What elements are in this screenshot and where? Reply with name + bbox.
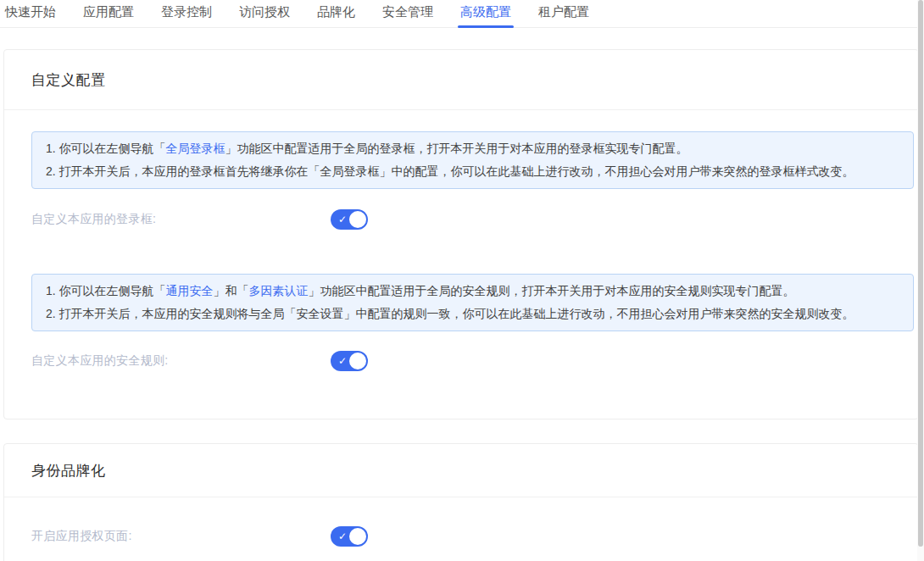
identity-branding-card: 身份品牌化 开启应用授权页面: ✓ [3, 443, 919, 561]
tab-bar: 快速开始 应用配置 登录控制 访问授权 品牌化 安全管理 高级配置 租户配置 [0, 0, 917, 28]
login-box-info-line-1: 1. 你可以在左侧导航「全局登录框」功能区中配置适用于全局的登录框，打开本开关用… [46, 137, 899, 160]
login-box-setting-row: 自定义本应用的登录框: ✓ [31, 209, 914, 230]
toggle-knob [349, 528, 366, 545]
tab-tenant-config[interactable]: 租户配置 [537, 0, 590, 27]
info-text: 」和「 [214, 284, 249, 297]
general-security-link[interactable]: 通用安全 [166, 284, 214, 297]
security-rules-info-box: 1. 你可以在左侧导航「通用安全」和「多因素认证」功能区中配置适用于全局的安全规… [31, 274, 914, 331]
info-text: 」功能区中配置适用于全局的登录框，打开本开关用于对本应用的登录框实现专门配置。 [225, 142, 688, 155]
custom-config-title: 自定义配置 [31, 70, 106, 90]
auth-page-toggle[interactable]: ✓ [331, 526, 368, 547]
check-icon: ✓ [338, 214, 347, 225]
security-rules-toggle[interactable]: ✓ [331, 351, 368, 371]
custom-config-header: 自定义配置 [4, 50, 918, 110]
login-box-toggle[interactable]: ✓ [331, 209, 368, 230]
toggle-knob [349, 211, 366, 228]
tab-branding[interactable]: 品牌化 [316, 0, 356, 27]
identity-branding-header: 身份品牌化 [4, 444, 918, 497]
mfa-link[interactable]: 多因素认证 [249, 284, 309, 297]
check-icon: ✓ [338, 356, 347, 366]
tab-login-control[interactable]: 登录控制 [160, 0, 213, 27]
toggle-knob [349, 353, 366, 369]
info-text: 」功能区中配置适用于全局的安全规则，打开本开关用于对本应用的安全规则实现专门配置… [309, 284, 795, 297]
tab-security-mgmt[interactable]: 安全管理 [381, 0, 434, 27]
security-rules-info-line-2: 2. 打开本开关后，本应用的安全规则将与全局「安全设置」中配置的规则一致，你可以… [46, 303, 899, 325]
vertical-scrollbar-thumb[interactable] [918, 0, 923, 547]
info-text: 1. 你可以在左侧导航「 [46, 284, 166, 297]
info-text: 1. 你可以在左侧导航「 [46, 142, 166, 155]
auth-page-setting-row: 开启应用授权页面: ✓ [31, 526, 918, 547]
security-rules-toggle-label: 自定义本应用的安全规则: [31, 353, 331, 369]
custom-config-card: 自定义配置 1. 你可以在左侧导航「全局登录框」功能区中配置适用于全局的登录框，… [3, 49, 919, 419]
tab-access-auth[interactable]: 访问授权 [238, 0, 291, 27]
global-login-box-link[interactable]: 全局登录框 [166, 142, 225, 155]
tab-quick-start[interactable]: 快速开始 [4, 0, 57, 27]
tab-advanced-config[interactable]: 高级配置 [459, 0, 512, 27]
vertical-scrollbar-track [917, 0, 924, 561]
login-box-toggle-label: 自定义本应用的登录框: [31, 212, 331, 227]
login-box-info-line-2: 2. 打开本开关后，本应用的登录框首先将继承你在「全局登录框」中的配置，你可以在… [46, 160, 899, 183]
security-rules-setting-row: 自定义本应用的安全规则: ✓ [31, 351, 914, 371]
check-icon: ✓ [338, 531, 347, 542]
identity-branding-title: 身份品牌化 [31, 461, 106, 480]
tab-app-config[interactable]: 应用配置 [82, 0, 135, 27]
auth-page-toggle-label: 开启应用授权页面: [31, 529, 331, 544]
login-box-info-box: 1. 你可以在左侧导航「全局登录框」功能区中配置适用于全局的登录框，打开本开关用… [31, 131, 914, 189]
security-rules-info-line-1: 1. 你可以在左侧导航「通用安全」和「多因素认证」功能区中配置适用于全局的安全规… [46, 280, 899, 303]
